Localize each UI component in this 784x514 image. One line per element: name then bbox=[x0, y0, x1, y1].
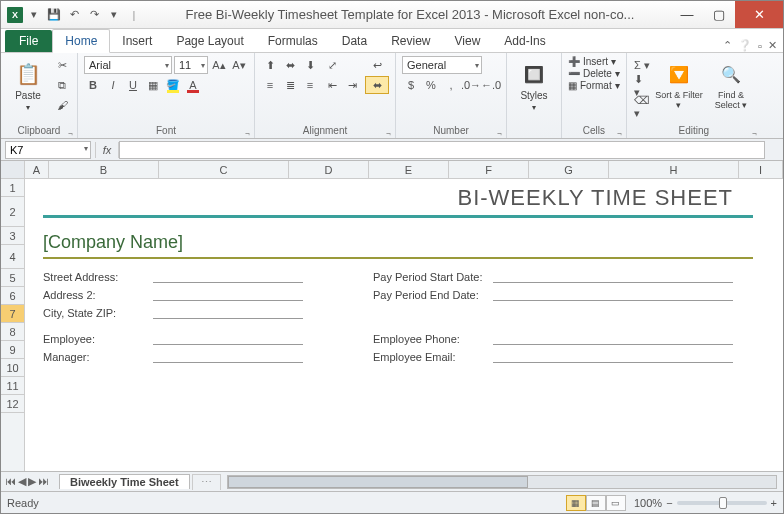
col-header-I[interactable]: I bbox=[739, 161, 783, 178]
font-size-combo[interactable]: 11 bbox=[174, 56, 208, 74]
cells-grid[interactable]: BI-WEEKLY TIME SHEET [Company Name] Stre… bbox=[25, 179, 783, 471]
tab-formulas[interactable]: Formulas bbox=[256, 30, 330, 52]
sort-filter-button[interactable]: 🔽 Sort & Filter ▾ bbox=[655, 56, 703, 110]
underline-button[interactable]: U bbox=[124, 76, 142, 94]
col-header-C[interactable]: C bbox=[159, 161, 289, 178]
col-header-F[interactable]: F bbox=[449, 161, 529, 178]
fx-button[interactable]: fx bbox=[95, 142, 119, 158]
col-header-H[interactable]: H bbox=[609, 161, 739, 178]
input-emp-phone[interactable] bbox=[493, 333, 733, 345]
help-icon[interactable]: ❔ bbox=[738, 39, 752, 52]
input-manager[interactable] bbox=[153, 351, 303, 363]
copy-icon[interactable]: ⧉ bbox=[53, 76, 71, 94]
wrap-text-icon[interactable]: ↩ bbox=[365, 56, 389, 74]
zoom-in-button[interactable]: + bbox=[771, 497, 777, 509]
input-emp-email[interactable] bbox=[493, 351, 733, 363]
view-normal-button[interactable]: ▦ bbox=[566, 495, 586, 511]
align-left-icon[interactable]: ≡ bbox=[261, 76, 279, 94]
fill-color-icon[interactable]: 🪣 bbox=[164, 76, 182, 94]
tab-home[interactable]: Home bbox=[52, 29, 110, 53]
select-all-corner[interactable] bbox=[1, 161, 25, 178]
format-cells-button[interactable]: ▦Format ▾ bbox=[568, 80, 620, 91]
zoom-slider[interactable] bbox=[677, 501, 767, 505]
orientation-icon[interactable]: ⤢ bbox=[323, 56, 341, 74]
accounting-icon[interactable]: $ bbox=[402, 76, 420, 94]
format-painter-icon[interactable]: 🖌 bbox=[53, 96, 71, 114]
find-select-button[interactable]: 🔍 Find & Select ▾ bbox=[707, 56, 755, 110]
input-city[interactable] bbox=[153, 307, 303, 319]
row-header-8[interactable]: 8 bbox=[1, 323, 24, 341]
tab-insert[interactable]: Insert bbox=[110, 30, 164, 52]
clear-icon[interactable]: ⌫ ▾ bbox=[633, 98, 651, 116]
name-box[interactable]: K7 bbox=[5, 141, 91, 159]
row-header-1[interactable]: 1 bbox=[1, 179, 24, 197]
align-right-icon[interactable]: ≡ bbox=[301, 76, 319, 94]
save-icon[interactable]: 💾 bbox=[45, 6, 63, 24]
col-header-A[interactable]: A bbox=[25, 161, 49, 178]
row-header-4[interactable]: 4 bbox=[1, 245, 24, 269]
tab-nav-last-icon[interactable]: ⏭ bbox=[38, 475, 49, 488]
doc-close-icon[interactable]: ✕ bbox=[768, 39, 777, 52]
tab-data[interactable]: Data bbox=[330, 30, 379, 52]
row-header-3[interactable]: 3 bbox=[1, 227, 24, 245]
window-restore-icon[interactable]: ▫ bbox=[758, 40, 762, 52]
row-header-9[interactable]: 9 bbox=[1, 341, 24, 359]
tab-nav-prev-icon[interactable]: ◀ bbox=[18, 475, 26, 488]
zoom-out-button[interactable]: − bbox=[666, 497, 672, 509]
input-employee[interactable] bbox=[153, 333, 303, 345]
file-tab[interactable]: File bbox=[5, 30, 52, 52]
number-format-combo[interactable]: General bbox=[402, 56, 482, 74]
col-header-B[interactable]: B bbox=[49, 161, 159, 178]
row-header-10[interactable]: 10 bbox=[1, 359, 24, 377]
minimize-ribbon-icon[interactable]: ⌃ bbox=[723, 39, 732, 52]
col-header-E[interactable]: E bbox=[369, 161, 449, 178]
input-addr2[interactable] bbox=[153, 289, 303, 301]
align-center-icon[interactable]: ≣ bbox=[281, 76, 299, 94]
styles-button[interactable]: 🔲 Styles ▾ bbox=[513, 56, 555, 112]
minimize-button[interactable]: — bbox=[671, 1, 703, 28]
align-bottom-icon[interactable]: ⬇ bbox=[301, 56, 319, 74]
percent-icon[interactable]: % bbox=[422, 76, 440, 94]
borders-icon[interactable]: ▦ bbox=[144, 76, 162, 94]
cut-icon[interactable]: ✂ bbox=[53, 56, 71, 74]
decrease-indent-icon[interactable]: ⇤ bbox=[323, 76, 341, 94]
formula-bar[interactable] bbox=[119, 141, 765, 159]
decrease-decimal-icon[interactable]: ←.0 bbox=[482, 76, 500, 94]
comma-icon[interactable]: , bbox=[442, 76, 460, 94]
excel-icon[interactable]: X bbox=[7, 7, 23, 23]
tab-nav-next-icon[interactable]: ▶ bbox=[28, 475, 36, 488]
autosum-icon[interactable]: Σ ▾ bbox=[633, 56, 651, 74]
increase-indent-icon[interactable]: ⇥ bbox=[343, 76, 361, 94]
maximize-button[interactable]: ▢ bbox=[703, 1, 735, 28]
grow-font-icon[interactable]: A▴ bbox=[210, 56, 228, 74]
input-pp-end[interactable] bbox=[493, 289, 733, 301]
tab-review[interactable]: Review bbox=[379, 30, 442, 52]
sheet-tab-active[interactable]: Biweekly Time Sheet bbox=[59, 474, 190, 489]
tab-view[interactable]: View bbox=[443, 30, 493, 52]
row-header-6[interactable]: 6 bbox=[1, 287, 24, 305]
sheet-tab-new[interactable]: ⋯ bbox=[192, 474, 221, 490]
qat-dropdown-icon[interactable]: ▾ bbox=[25, 6, 43, 24]
undo-icon[interactable]: ↶ bbox=[65, 6, 83, 24]
view-page-layout-button[interactable]: ▤ bbox=[586, 495, 606, 511]
bold-button[interactable]: B bbox=[84, 76, 102, 94]
increase-decimal-icon[interactable]: .0→ bbox=[462, 76, 480, 94]
delete-cells-button[interactable]: ➖Delete ▾ bbox=[568, 68, 620, 79]
horizontal-scrollbar[interactable] bbox=[227, 475, 777, 489]
close-button[interactable]: ✕ bbox=[735, 1, 783, 28]
input-pp-start[interactable] bbox=[493, 271, 733, 283]
merge-center-icon[interactable]: ⬌ bbox=[365, 76, 389, 94]
qat-more-icon[interactable]: ▾ bbox=[105, 6, 123, 24]
row-header-7[interactable]: 7 bbox=[1, 305, 24, 323]
row-header-5[interactable]: 5 bbox=[1, 269, 24, 287]
col-header-G[interactable]: G bbox=[529, 161, 609, 178]
insert-cells-button[interactable]: ➕Insert ▾ bbox=[568, 56, 620, 67]
row-header-2[interactable]: 2 bbox=[1, 197, 24, 227]
view-page-break-button[interactable]: ▭ bbox=[606, 495, 626, 511]
zoom-level[interactable]: 100% bbox=[634, 497, 662, 509]
tab-addins[interactable]: Add-Ins bbox=[492, 30, 557, 52]
font-name-combo[interactable]: Arial bbox=[84, 56, 172, 74]
row-header-11[interactable]: 11 bbox=[1, 377, 24, 395]
redo-icon[interactable]: ↷ bbox=[85, 6, 103, 24]
paste-button[interactable]: 📋 Paste ▾ bbox=[7, 56, 49, 112]
